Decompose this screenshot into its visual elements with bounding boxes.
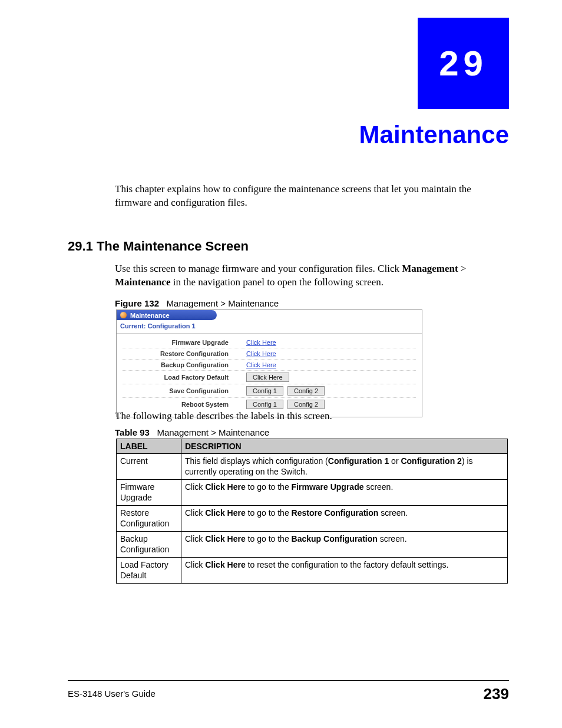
row-firmware-upgrade: Firmware Upgrade Click Here	[123, 337, 416, 348]
td-label: Firmware Upgrade	[117, 480, 181, 506]
bold: Backup Configuration	[292, 534, 378, 543]
text: >	[458, 263, 467, 274]
page: 29 Maintenance This chapter explains how…	[0, 0, 562, 728]
row-label: Restore Configuration	[123, 350, 246, 357]
row-backup-config: Backup Configuration Click Here	[123, 360, 416, 371]
screenshot-rows: Firmware Upgrade Click Here Restore Conf…	[117, 333, 422, 417]
bold: Configuration 1	[328, 456, 389, 466]
bold: Restore Configuration	[292, 508, 379, 518]
table-row: Firmware Upgrade Click Click Here to go …	[117, 480, 508, 506]
description-table: LABEL DESCRIPTION Current This field dis…	[116, 439, 508, 584]
current-config: Current: Configuration 1	[117, 320, 422, 333]
button-config1[interactable]: Config 1	[246, 400, 283, 409]
table-row: Backup Configuration Click Click Here to…	[117, 532, 508, 558]
bold: Click Here	[205, 508, 245, 518]
table-caption: Table 93 Management > Maintenance	[115, 427, 269, 437]
row-label: Load Factory Default	[123, 374, 246, 381]
bold: Click Here	[205, 560, 245, 569]
text: in the navigation panel to open the foll…	[170, 276, 384, 288]
td-desc: Click Click Here to go to the Restore Co…	[181, 506, 508, 532]
tab-dot-icon	[120, 312, 127, 318]
text: screen.	[378, 534, 407, 543]
link-click-here[interactable]: Click Here	[246, 361, 276, 368]
text: screen.	[378, 508, 408, 518]
page-number: 239	[484, 685, 509, 703]
figure-screenshot: Maintenance Current: Configuration 1 Fir…	[116, 309, 422, 417]
bold: Click Here	[205, 482, 245, 492]
text: Click	[185, 534, 205, 543]
row-label: Save Configuration	[123, 387, 246, 394]
td-desc: Click Click Here to go to the Backup Con…	[181, 532, 508, 558]
chapter-number-box: 29	[418, 18, 509, 109]
td-label: Current	[117, 454, 181, 480]
footer-guide: ES-3148 User's Guide	[68, 689, 156, 699]
text: Click	[185, 482, 205, 492]
chapter-number: 29	[439, 43, 488, 84]
screenshot-tab: Maintenance	[117, 310, 217, 320]
table-row: Restore Configuration Click Click Here t…	[117, 506, 508, 532]
bold: Configuration 2	[401, 456, 461, 466]
row-restore-config: Restore Configuration Click Here	[123, 348, 416, 360]
text: screen.	[364, 482, 394, 492]
footer-rule	[68, 680, 509, 681]
between-text: The following table describes the labels…	[115, 410, 509, 422]
row-label: Backup Configuration	[123, 361, 246, 368]
td-label: Load Factory Default	[117, 558, 181, 584]
chapter-title: Maintenance	[359, 121, 509, 149]
text: to go to the	[246, 482, 292, 492]
td-label: Backup Configuration	[117, 532, 181, 558]
bold: Firmware Upgrade	[292, 482, 364, 492]
figure-caption-text: Management > Maintenance	[167, 298, 279, 308]
text: Use this screen to manage firmware and y…	[115, 263, 402, 274]
bold: Click Here	[205, 534, 245, 543]
link-click-here[interactable]: Click Here	[246, 339, 276, 346]
td-desc: This field displays which configuration …	[181, 454, 508, 480]
row-label: Reboot System	[123, 401, 246, 408]
section-body: Use this screen to manage firmware and y…	[115, 262, 509, 289]
section-heading: 29.1 The Maintenance Screen	[68, 239, 249, 254]
text: Click	[185, 560, 205, 569]
button-config2[interactable]: Config 2	[287, 400, 325, 409]
text: or	[389, 456, 401, 466]
th-description: DESCRIPTION	[181, 439, 508, 454]
button-click-here[interactable]: Click Here	[246, 373, 289, 382]
button-config1[interactable]: Config 1	[246, 386, 283, 396]
text: to go to the	[246, 508, 292, 518]
table-row: Load Factory Default Click Click Here to…	[117, 558, 508, 584]
button-config2[interactable]: Config 2	[287, 386, 325, 396]
table-row: Current This field displays which config…	[117, 454, 508, 480]
tab-label: Maintenance	[130, 312, 170, 319]
table-caption-text: Management > Maintenance	[157, 427, 269, 437]
nav-maintenance: Maintenance	[115, 276, 170, 288]
text: This field displays which configuration …	[185, 456, 328, 466]
th-label: LABEL	[117, 439, 181, 454]
link-click-here[interactable]: Click Here	[246, 350, 276, 357]
row-reboot-system: Reboot System Config 1 Config 2	[123, 398, 416, 411]
chapter-intro: This chapter explains how to configure t…	[115, 183, 509, 210]
table-header-row: LABEL DESCRIPTION	[117, 439, 508, 454]
text: Click	[185, 508, 205, 518]
td-desc: Click Click Here to go to the Firmware U…	[181, 480, 508, 506]
td-desc: Click Click Here to reset the configurat…	[181, 558, 508, 584]
text: to go to the	[246, 534, 292, 543]
row-save-config: Save Configuration Config 1 Config 2	[123, 384, 416, 398]
table-number: Table 93	[115, 427, 150, 437]
td-label: Restore Configuration	[117, 506, 181, 532]
nav-management: Management	[402, 263, 458, 274]
row-load-factory-default: Load Factory Default Click Here	[123, 371, 416, 384]
text: to reset the configuration to the factor…	[246, 560, 449, 569]
figure-number: Figure 132	[115, 298, 159, 308]
row-label: Firmware Upgrade	[123, 339, 246, 346]
figure-caption: Figure 132 Management > Maintenance	[115, 298, 279, 308]
